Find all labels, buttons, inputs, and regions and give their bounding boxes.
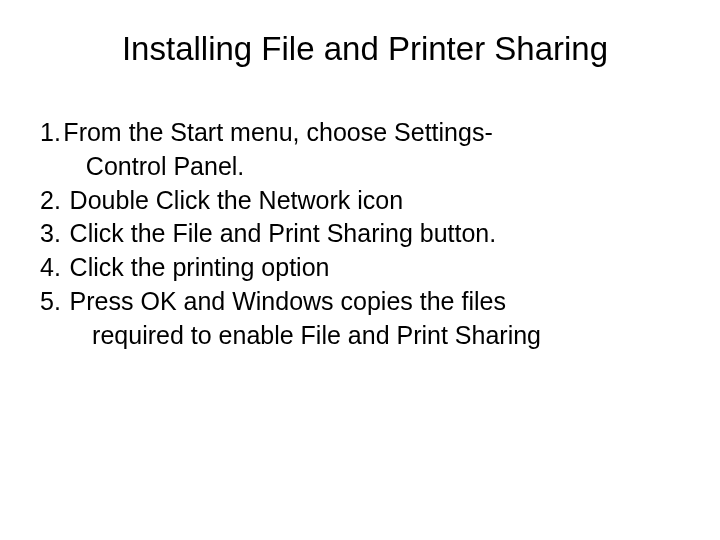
- step-4-number: 4.: [40, 251, 61, 285]
- step-5-text: Press OK and Windows copies the files re…: [70, 285, 680, 353]
- step-3-number: 3.: [40, 217, 61, 251]
- step-5-line1: Press OK and Windows copies the files: [70, 287, 506, 315]
- step-4-text: Click the printing option: [70, 251, 680, 285]
- step-1-text: From the Start menu, choose Settings- Co…: [63, 116, 680, 184]
- step-2-text: Double Click the Network icon: [70, 184, 680, 218]
- step-5-line2: required to enable File and Print Sharin…: [70, 319, 680, 353]
- step-4: 4. Click the printing option: [40, 251, 680, 285]
- slide-title: Installing File and Printer Sharing: [60, 30, 670, 68]
- step-5-number: 5.: [40, 285, 61, 319]
- step-5: 5. Press OK and Windows copies the files…: [40, 285, 680, 353]
- step-2-number: 2.: [40, 184, 61, 218]
- step-1-line2: Control Panel.: [63, 150, 680, 184]
- step-3: 3. Click the File and Print Sharing butt…: [40, 217, 680, 251]
- step-1-line1: From the Start menu, choose Settings-: [63, 118, 492, 146]
- step-1: 1. From the Start menu, choose Settings-…: [40, 116, 680, 184]
- step-3-text: Click the File and Print Sharing button.: [70, 217, 680, 251]
- step-1-number: 1.: [40, 116, 61, 150]
- step-2: 2. Double Click the Network icon: [40, 184, 680, 218]
- steps-list: 1. From the Start menu, choose Settings-…: [40, 116, 680, 352]
